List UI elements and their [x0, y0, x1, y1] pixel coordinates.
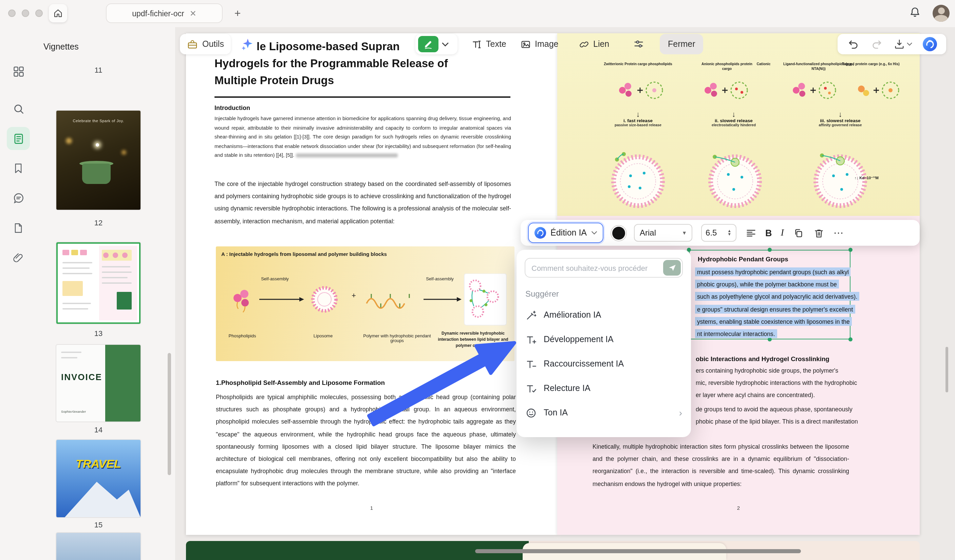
- thumbnail-number-12: 12: [56, 219, 141, 227]
- bookmark-icon: [12, 162, 24, 174]
- band-col2b-label: Cationic: [749, 62, 778, 67]
- highlighted-line: must possess hydrophobic pendant groups …: [695, 267, 851, 276]
- text-fragment: ers containing hydrophobic side groups, …: [696, 367, 838, 374]
- thumbnail-page-15[interactable]: TRAVEL: [56, 440, 141, 517]
- italic-button[interactable]: I: [781, 227, 784, 238]
- ai-assistant-button[interactable]: [922, 37, 937, 52]
- font-size-stepper[interactable]: ▲▼: [727, 230, 731, 236]
- thumbnail-14-subtitle: SophieAlexander: [61, 410, 86, 413]
- thumbnails-panel: Vignettes 11 Celebrate the Spark of Joy.…: [37, 27, 175, 560]
- image-icon: [520, 38, 531, 50]
- file-icon: [12, 222, 24, 234]
- body-paragraph-2: The core of the injectable hydrogel cons…: [214, 178, 511, 227]
- highlighted-line: such as polyethylene glycol and polyacry…: [695, 292, 859, 301]
- properties-button[interactable]: [632, 34, 645, 54]
- heading-hydrophobic-interactions: obic Interactions and Hydrogel Crosslink…: [696, 355, 830, 363]
- down-arrow-icon: ↓: [800, 111, 881, 118]
- vertical-scrollbar[interactable]: [946, 347, 948, 392]
- lien-tool-button[interactable]: Lien: [578, 34, 609, 54]
- thumbnails-scrollbar[interactable]: [168, 353, 171, 475]
- active-edit-tool-button[interactable]: [418, 36, 438, 52]
- text-color-swatch[interactable]: [612, 226, 625, 239]
- bell-icon: [908, 5, 922, 19]
- ai-item-label: Ton IA: [544, 408, 568, 418]
- thumbnail-page-14[interactable]: INVOICE SophieAlexander: [56, 345, 141, 422]
- ai-item-developpement-ia[interactable]: Développement IA: [517, 327, 691, 352]
- release-2-sublabel: electrostatically hindered: [693, 123, 775, 127]
- fermer-button[interactable]: Fermer: [660, 34, 703, 54]
- text-fragment: er layer where acyl chains are concentra…: [696, 392, 815, 399]
- paperclip-button[interactable]: [7, 246, 30, 269]
- title-bar: updf-fichier-ocr ✕ +: [0, 0, 955, 27]
- bookmarks-button[interactable]: [7, 157, 30, 180]
- tab-updf-fichier-ocr[interactable]: updf-fichier-ocr ✕: [106, 3, 222, 23]
- ai-sparkle-button[interactable]: [240, 38, 254, 51]
- horizontal-scrollbar[interactable]: [475, 549, 801, 553]
- home-button[interactable]: [49, 4, 67, 22]
- ai-send-button[interactable]: [663, 260, 681, 275]
- tab-close-icon[interactable]: ✕: [190, 9, 197, 17]
- paper-title-line1: le Liposome-based Supran: [257, 40, 400, 53]
- more-options-button[interactable]: ⋯: [833, 227, 844, 239]
- figure-b-band: Zwitterionic Protein cargo phospholipids…: [557, 33, 920, 216]
- attachments-page-button[interactable]: [7, 216, 30, 239]
- thumbnail-page-13-selected[interactable]: [56, 242, 141, 324]
- align-button[interactable]: [745, 227, 756, 239]
- comments-button[interactable]: [7, 187, 30, 210]
- edition-ia-button[interactable]: Édition IA: [528, 223, 603, 243]
- redo-icon[interactable]: [870, 38, 883, 50]
- text-fragment: de groups tend to avoid the aqueous phas…: [696, 406, 853, 413]
- release-1-label: i. fast release: [597, 118, 679, 123]
- texte-tool-button[interactable]: Texte: [471, 34, 506, 54]
- sparkle-icon: [240, 38, 254, 51]
- window-minimize-button[interactable]: [22, 9, 29, 17]
- ai-item-raccourcissement-ia[interactable]: Raccourcissement IA: [517, 352, 691, 376]
- save-button[interactable]: [893, 38, 912, 50]
- font-size-value: 6.5: [706, 228, 717, 238]
- signature-button[interactable]: [7, 557, 30, 560]
- chevron-down-icon[interactable]: [442, 42, 449, 47]
- text-tool-icon: [471, 38, 482, 50]
- thumbnails-panel-button[interactable]: [7, 127, 30, 150]
- font-family-select[interactable]: Arial ▾: [634, 224, 692, 242]
- window-zoom-button[interactable]: [35, 9, 43, 17]
- selection-handle[interactable]: [768, 248, 772, 252]
- ai-item-label: Amélioration IA: [544, 310, 601, 320]
- user-avatar[interactable]: [933, 5, 950, 22]
- redacted-text-bar: [296, 153, 398, 158]
- font-size-input[interactable]: 6.5 ▲▼: [701, 224, 736, 242]
- release-1-sublabel: passive size-based release: [597, 123, 679, 127]
- toolbox-icon: [187, 38, 198, 50]
- fermer-label: Fermer: [668, 39, 695, 49]
- document-page-1[interactable]: le Liposome-based Supran Hydrogels for t…: [186, 33, 557, 535]
- duplicate-button[interactable]: [793, 227, 804, 239]
- chevron-right-icon: ›: [679, 407, 682, 418]
- bold-button[interactable]: B: [765, 228, 772, 238]
- ai-item-ton-ia[interactable]: Ton IA ›: [517, 400, 691, 425]
- ai-item-amelioration-ia[interactable]: Amélioration IA: [517, 303, 691, 327]
- new-tab-button[interactable]: +: [231, 7, 244, 20]
- text-shorten-icon: [525, 358, 537, 369]
- search-button[interactable]: [7, 97, 30, 120]
- thumbnails-panel-title: Vignettes: [44, 42, 79, 52]
- selection-handle[interactable]: [849, 337, 853, 341]
- pages-icon: [12, 132, 25, 145]
- sliders-icon: [632, 38, 645, 50]
- chevron-down-icon: [591, 231, 597, 235]
- ai-item-label: Développement IA: [544, 335, 614, 344]
- ai-prompt-input[interactable]: [524, 258, 683, 278]
- outils-button[interactable]: Outils: [180, 34, 231, 54]
- thumbnail-page-16[interactable]: [56, 533, 141, 560]
- ai-item-relecture-ia[interactable]: Relecture IA: [517, 376, 691, 400]
- notifications-button[interactable]: [908, 5, 922, 19]
- selection-handle[interactable]: [849, 248, 853, 252]
- undo-icon[interactable]: [847, 38, 860, 50]
- delete-button[interactable]: [813, 227, 825, 239]
- ai-prompt-row: [524, 258, 683, 278]
- apps-grid-button[interactable]: [7, 60, 30, 83]
- window-close-button[interactable]: [8, 9, 16, 17]
- band-col1-label: Zwitterionic Protein cargo phospholipids: [602, 62, 674, 67]
- image-tool-button[interactable]: Image: [520, 34, 559, 54]
- thumbnail-page-12[interactable]: Celebrate the Spark of Joy.: [56, 111, 141, 210]
- figure-a-diagram: [222, 274, 508, 331]
